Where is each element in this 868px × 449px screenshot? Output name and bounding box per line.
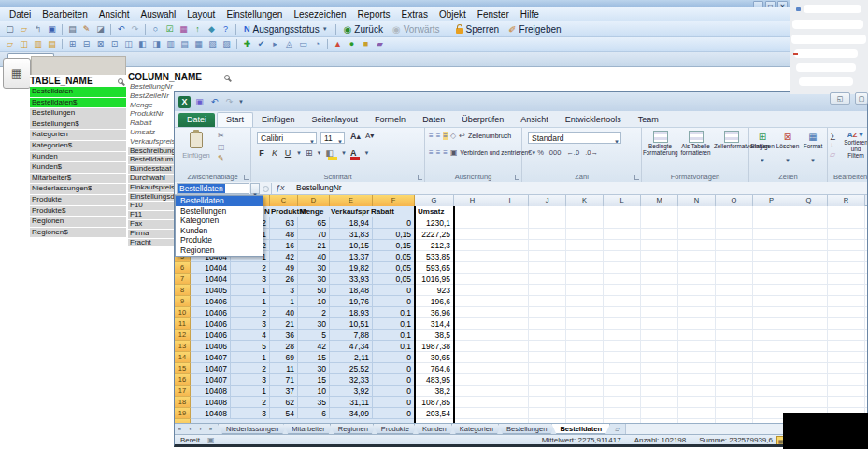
ribbon-tab[interactable]: Formeln xyxy=(366,113,414,127)
toolbar-icon[interactable]: ↰ xyxy=(31,23,45,35)
dropdown-item[interactable]: Bestelldaten xyxy=(176,196,263,206)
toolbar-icon[interactable]: ▤ xyxy=(178,38,192,50)
data-row[interactable]: 11 10406 3 21 30 10,51 0,1 314,4 xyxy=(175,318,868,330)
row-header[interactable]: 8 xyxy=(175,285,191,296)
table-name-item[interactable]: Regionen$ xyxy=(30,228,126,238)
table-name-item[interactable]: Bestellungen xyxy=(30,108,126,119)
close-window-button[interactable]: ▢ xyxy=(855,92,868,105)
sheet-tab[interactable]: Niederlassungen xyxy=(218,424,287,434)
release-button[interactable]: ✐ Freigeben xyxy=(504,24,565,35)
redo-icon[interactable]: ↷ xyxy=(223,96,235,108)
row-header[interactable]: 11 xyxy=(175,318,191,330)
table-name-item[interactable]: Regionen xyxy=(30,217,126,227)
dialog-launcher-icon[interactable] xyxy=(418,175,422,180)
sheet-tab[interactable]: Bestellungen xyxy=(498,424,555,434)
toolbar-icon[interactable]: ▤ xyxy=(65,23,79,35)
increase-decimal-icon[interactable]: ←.0 xyxy=(566,148,579,157)
toolbar-icon[interactable]: ↷ xyxy=(128,23,142,35)
column-header[interactable]: C xyxy=(270,195,298,206)
toolbar-icon[interactable]: ▦ xyxy=(177,23,191,35)
menu-item[interactable]: Einstellungen xyxy=(221,9,288,20)
toolbar-icon[interactable]: ⊠ xyxy=(93,38,107,50)
sheet-tab[interactable]: Mitarbeiter xyxy=(283,424,333,434)
column-header[interactable]: J xyxy=(529,195,566,206)
search-icon[interactable] xyxy=(118,78,123,84)
data-row[interactable]: 5 10404 1 42 40 13,37 0,05 533,85 xyxy=(175,251,868,262)
sheet-tab[interactable]: Kunden xyxy=(414,424,455,434)
autosum-icon[interactable]: ∑ xyxy=(830,131,835,140)
undo-icon[interactable]: ↶ xyxy=(208,96,221,108)
column-header[interactable]: L xyxy=(604,195,641,206)
row-header[interactable]: 17 xyxy=(175,386,191,397)
column-header[interactable]: O xyxy=(716,195,753,206)
toolbar-icon[interactable]: ◫ xyxy=(17,38,31,50)
column-header[interactable]: N xyxy=(678,195,716,206)
dialog-launcher-icon[interactable] xyxy=(515,175,519,180)
toolbar-icon[interactable]: ◧ xyxy=(135,38,149,50)
menu-item[interactable]: Hilfe xyxy=(515,9,545,20)
data-row[interactable]: 19 10408 3 54 6 34,09 0 203,54 xyxy=(175,408,868,419)
align-bottom-icon[interactable]: ≡ xyxy=(443,132,448,140)
table-name-item[interactable]: Kategorien$ xyxy=(30,141,126,151)
menu-item[interactable]: Auswahl xyxy=(135,9,182,20)
formula-value[interactable]: BestellungNr xyxy=(296,183,342,192)
column-header[interactable]: D xyxy=(298,195,330,206)
table-name-item[interactable]: Kategorien xyxy=(30,130,126,140)
font-size-select[interactable]: 11▼ xyxy=(320,132,345,144)
grow-font-icon[interactable]: A▴ xyxy=(350,132,361,141)
orientation-icon[interactable]: ◇ xyxy=(450,132,456,140)
shrink-font-icon[interactable]: A▾ xyxy=(365,132,374,140)
ribbon-tab[interactable]: Einfügen xyxy=(253,113,304,127)
toolbar-icon[interactable]: ▥ xyxy=(164,38,178,50)
ribbon-tab[interactable]: Team xyxy=(630,113,667,127)
clear-icon[interactable]: ▱ xyxy=(830,150,835,159)
data-row[interactable]: 2 2 63 65 18,94 0 1230,1 xyxy=(175,217,868,229)
italic-button[interactable]: K xyxy=(270,148,279,158)
toolbar-icon[interactable]: ✚ xyxy=(240,38,254,50)
toolbar-icon[interactable]: ▢ xyxy=(3,23,17,35)
lock-button[interactable]: Sperren xyxy=(451,24,505,35)
toolbar-icon[interactable]: ● xyxy=(345,38,359,50)
restore-window-button[interactable]: ◱ xyxy=(830,92,850,105)
save-icon[interactable]: ▣ xyxy=(193,96,206,108)
sheet-grid[interactable]: 1 NProduktNrMengeVerkaufsprRabattUmsatz … xyxy=(175,206,868,423)
column-header[interactable]: F xyxy=(373,195,415,206)
table-name-item[interactable]: Niederlassungen$ xyxy=(30,184,126,194)
dropdown-item[interactable]: Regionen xyxy=(176,246,263,256)
menu-item[interactable]: Ansicht xyxy=(93,9,135,20)
row-header[interactable]: 7 xyxy=(175,274,191,285)
name-box-dropdown-icon[interactable]: ▼ xyxy=(250,183,260,194)
table-grid-button[interactable]: ▦ xyxy=(3,58,31,89)
sheet-tab[interactable]: Produkte xyxy=(373,424,418,434)
toolbar-icon[interactable] xyxy=(327,39,328,49)
insert-sheet-icon[interactable]: ▱ xyxy=(610,424,625,434)
menu-item[interactable]: Objekt xyxy=(434,9,472,20)
delete-cells-button[interactable]: ⊠ Löschen▼ xyxy=(776,132,800,166)
underline-button[interactable]: U xyxy=(283,148,292,158)
toolbar-icon[interactable]: ✔ xyxy=(254,38,268,50)
align-middle-icon[interactable]: ≡ xyxy=(436,132,441,140)
toolbar-icon[interactable]: ⊟ xyxy=(79,38,93,50)
column-header[interactable]: I xyxy=(491,195,529,206)
toolbar-icon[interactable]: ↑ xyxy=(191,23,205,35)
wrap-text-label[interactable]: Zeilenumbruch xyxy=(468,133,511,139)
toolbar-icon[interactable]: ◆ xyxy=(205,23,219,35)
column-header[interactable]: K xyxy=(566,195,604,206)
row-header[interactable]: 16 xyxy=(175,374,191,386)
table-name-item[interactable]: Produkte xyxy=(30,195,126,205)
table-name-item[interactable]: Mitarbeiter$ xyxy=(30,174,126,184)
align-left-icon[interactable]: ≡ xyxy=(429,148,434,157)
align-center-icon[interactable]: ≡ xyxy=(436,148,441,157)
toolbar-icon[interactable]: ▣ xyxy=(45,23,59,35)
data-row[interactable]: 12 10406 4 36 5 7,88 0,1 38,5 xyxy=(175,330,868,341)
macro-record-icon[interactable]: ▣ xyxy=(207,435,215,446)
menu-item[interactable]: Fenster xyxy=(472,9,515,20)
toolbar-icon[interactable] xyxy=(62,39,63,49)
data-row[interactable]: 10 10406 2 40 2 18,93 0,1 36,96 xyxy=(175,307,868,318)
toolbar-icon[interactable]: ▥ xyxy=(31,38,45,50)
toolbar-icon[interactable]: ▨ xyxy=(220,38,234,50)
cell-styles-button[interactable]: Zellenformatvorlagen xyxy=(714,131,748,149)
data-row[interactable]: 14 10407 1 69 15 2,11 0 30,65 xyxy=(175,352,868,363)
table-name-item[interactable]: Bestellungen$ xyxy=(30,119,126,130)
insert-cells-button[interactable]: ⊞ Einfügen▼ xyxy=(750,132,775,166)
